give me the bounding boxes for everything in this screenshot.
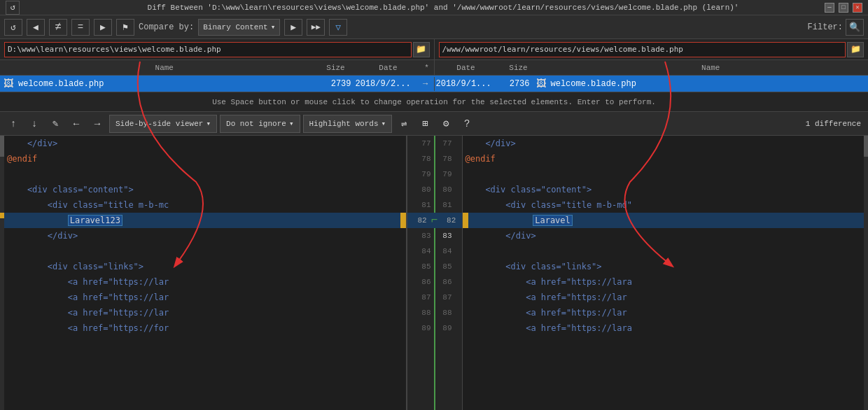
code-line: </div> (463, 228, 864, 243)
code-line (4, 167, 406, 182)
code-line: <a href="https://lara (463, 274, 864, 290)
equal-button[interactable]: = (71, 19, 90, 36)
col-name-right: Name (554, 64, 869, 72)
code-line: <div class="content"> (4, 182, 406, 197)
ignore-label: Do not ignore (226, 120, 286, 128)
col-star: * (420, 64, 434, 72)
highlight-arrow: ▾ (382, 119, 386, 128)
file-name-left: welcome.blade.php (18, 79, 321, 89)
file-icon-left: 🖼 (1, 77, 15, 91)
code-line: </div> (4, 228, 406, 243)
right-scrollbar[interactable] (864, 136, 868, 410)
next-diff-button[interactable]: ▶ (94, 19, 112, 36)
diff-code-line: Laravel123 (4, 213, 406, 228)
toolbar2: ↑ ↓ ✎ ← → Side-by-side viewer ▾ Do not i… (0, 112, 868, 136)
maximize-button[interactable]: □ (839, 3, 848, 13)
compare-by-value: Binary Content (203, 23, 267, 31)
code-line: </div> (4, 136, 406, 151)
viewer-arrow: ▾ (206, 119, 211, 128)
code-line: @endif (4, 151, 406, 167)
code-line: @endif (463, 151, 864, 167)
toolbar1: ↺ ◀ ≠ = ▶ ⚑ Compare by: Binary Content ▾… (0, 15, 868, 39)
code-line: <div class="title m-b-mc (4, 197, 406, 213)
gutter-diff-line: 82 ⌐ 82 (407, 213, 462, 228)
window-title: Diff Between 'D:\www\learn\resources\vie… (62, 3, 825, 12)
filepath-right: 📁 (435, 39, 869, 59)
compare-by-dropdown[interactable]: Binary Content ▾ (198, 19, 280, 36)
code-line: <div class="links"> (4, 259, 406, 274)
minimize-button[interactable]: — (825, 3, 834, 13)
diff-count: 1 difference (806, 120, 864, 128)
browse-right-button[interactable]: 📁 (847, 42, 864, 57)
file-date-left: 2018/9/2... (356, 79, 419, 89)
filter-section: Filter: 🔍 (808, 19, 864, 36)
close-button[interactable]: ✕ (853, 3, 862, 13)
refresh-button[interactable]: ↺ (4, 19, 22, 36)
left-code-panel: </div> @endif <div class="content"> <div… (4, 136, 406, 410)
info-bar: Use Space button or mouse click to chang… (0, 92, 868, 112)
browse-left-button[interactable]: 📁 (413, 42, 430, 57)
filter-label: Filter: (808, 22, 843, 32)
refresh-button[interactable]: ↺ (6, 1, 20, 15)
code-line: <div class="content"> (463, 182, 864, 197)
code-line (463, 243, 864, 259)
diff-code-line: Laravel (463, 213, 864, 228)
highlight-dropdown[interactable]: Highlight words ▾ (303, 115, 393, 133)
col-icon-right (540, 60, 554, 76)
info-text: Use Space button or mouse click to chang… (212, 98, 656, 106)
diff-button[interactable]: ≠ (49, 19, 67, 36)
code-line: <a href="https://lar (4, 274, 406, 290)
edit-button[interactable]: ✎ (46, 115, 64, 133)
column-headers: Name Size Date * Date Size Name (0, 60, 868, 76)
code-line: </div> (463, 136, 864, 151)
code-line: <a href="https://lar (4, 290, 406, 305)
prev-diff-button[interactable]: ◀ (27, 19, 45, 36)
right-button[interactable]: → (88, 115, 106, 133)
filepath-left-input[interactable] (4, 42, 412, 57)
filepath-right-input[interactable] (439, 42, 846, 57)
file-name-right: welcome.blade.php (551, 79, 867, 89)
play-button[interactable]: ▶ (284, 19, 302, 36)
col-date-left: Date (357, 64, 420, 72)
viewer-dropdown[interactable]: Side-by-side viewer ▾ (109, 115, 217, 133)
diff-text-left: Laravel123 (68, 215, 122, 226)
file-icon-right: 🖼 (534, 77, 548, 91)
col-icon-left (0, 60, 14, 76)
file-size-left: 2739 (321, 79, 356, 89)
fast-forward-button[interactable]: ▶▶ (307, 19, 325, 36)
diff-text-right: Laravel (533, 215, 573, 226)
code-line: <div class="links"> (463, 259, 864, 274)
diff-gutter: 7777 7878 7979 8080 8181 82 ⌐ 82 8383 84… (407, 136, 463, 410)
filter-icon[interactable]: ▽ (329, 19, 347, 36)
col-header-left: Name Size Date * (0, 60, 435, 75)
code-line (4, 243, 406, 259)
highlight-label: Highlight words (309, 120, 379, 128)
diff-area: </div> @endif <div class="content"> <div… (0, 136, 868, 410)
help-button[interactable]: ? (458, 115, 476, 133)
file-row[interactable]: 🖼 welcome.blade.php 2739 2018/9/2... → 2… (0, 76, 868, 92)
diff-vertical-line (434, 136, 435, 410)
filepath-left: 📁 (0, 39, 435, 59)
down-button[interactable]: ↓ (25, 115, 43, 133)
right-code-panel: </div> @endif <div class="content"> <div… (463, 136, 864, 410)
grid-button[interactable]: ⊞ (416, 115, 434, 133)
ignore-arrow: ▾ (289, 119, 294, 128)
file-arrow: → (419, 79, 433, 89)
file-date-right: 2018/9/1... (436, 79, 499, 89)
mark-button[interactable]: ⚑ (116, 19, 134, 36)
diff-marker-right (463, 213, 468, 228)
up-button[interactable]: ↑ (4, 115, 22, 133)
left-button[interactable]: ← (67, 115, 85, 133)
ignore-dropdown[interactable]: Do not ignore ▾ (220, 115, 300, 133)
col-header-right: Date Size Name (435, 60, 869, 75)
col-name-left: Name (14, 64, 315, 72)
settings-button[interactable]: ⚙ (437, 115, 455, 133)
code-line: <div class="title m-b-md" (463, 197, 864, 213)
filter-search-button[interactable]: 🔍 (846, 19, 864, 36)
file-size-right: 2736 (499, 79, 534, 89)
diff-indicator: ⌐ (431, 214, 438, 227)
diff-marker-left (400, 213, 406, 228)
file-right: 2018/9/1... 2736 🖼 welcome.blade.php (435, 77, 869, 91)
merge-button[interactable]: ⇌ (395, 115, 413, 133)
code-line (463, 167, 864, 182)
